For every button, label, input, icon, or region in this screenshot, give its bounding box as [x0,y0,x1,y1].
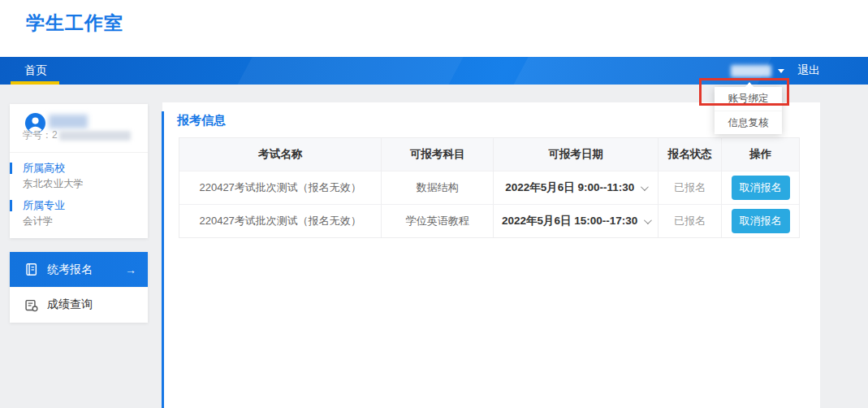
status-cell: 已报名 [659,204,722,237]
student-id-label: 学号：2 [23,128,58,142]
document-icon [24,263,38,276]
exam-name-cell: 220427考试批次测试（报名无效） [179,204,382,237]
major-value: 会计学 [23,215,54,228]
subject-cell: 学位英语教程 [382,204,494,237]
field-accent-bar [10,200,12,211]
subject-cell: 数据结构 [382,171,494,204]
col-exam-name: 考试名称 [179,138,382,171]
section-heading: 报考信息 [177,113,226,128]
date-cell[interactable]: 2022年5月6日 9:00--11:30 [494,171,659,204]
page-title: 学生工作室 [26,11,123,36]
exam-name-cell: 220427考试批次测试（报名无效） [179,171,382,204]
cancel-registration-button[interactable]: 取消报名 [732,209,790,233]
highlight-box [699,78,789,106]
sidebar-menu: 统考报名 → 成绩查询 [10,252,148,323]
content-accent-line [162,111,164,408]
university-label: 所属高校 [23,161,65,176]
col-status: 报名状态 [659,138,722,171]
divider [10,152,148,153]
date-text: 2022年5月6日 15:00--17:30 [502,214,637,228]
report-card-icon [24,298,38,312]
tab-home[interactable]: 首页 [24,63,47,78]
date-cell[interactable]: 2022年5月6日 15:00--17:30 [494,204,659,237]
university-value: 东北农业大学 [23,177,84,191]
exam-table: 考试名称 可报考科目 可报考日期 报名状态 操作 220427考试批次测试（报名… [179,137,800,238]
sidebar-item-label: 统考报名 [47,263,125,277]
redacted-student-id [59,131,131,141]
sidebar-item-exam-registration[interactable]: 统考报名 → [10,252,148,287]
major-label: 所属专业 [23,198,65,213]
chevron-down-icon[interactable] [641,183,649,191]
field-accent-bar [10,163,12,174]
chevron-down-icon[interactable] [644,216,652,224]
table-row: 220427考试批次测试（报名无效） 学位英语教程 2022年5月6日 15:0… [179,204,799,237]
chevron-down-icon [778,69,784,73]
action-cell: 取消报名 [722,171,799,204]
profile-card: 学号：2 所属高校 东北农业大学 所属专业 会计学 [10,104,148,238]
table-row: 220427考试批次测试（报名无效） 数据结构 2022年5月6日 9:00--… [179,171,799,204]
sidebar-item-score-query[interactable]: 成绩查询 [10,287,148,322]
logout-button[interactable]: 退出 [797,63,820,78]
user-dropdown-trigger[interactable] [731,65,784,77]
menu-item-info-review[interactable]: 信息复核 [715,111,782,134]
cancel-registration-button[interactable]: 取消报名 [732,176,790,200]
col-date: 可报考日期 [494,138,659,171]
table-header-row: 考试名称 可报考科目 可报考日期 报名状态 操作 [179,138,799,171]
action-cell: 取消报名 [722,204,799,237]
top-header: 学生工作室 [0,0,868,57]
navbar-decoration [227,57,473,85]
status-cell: 已报名 [659,171,722,204]
col-subject: 可报考科目 [382,138,494,171]
col-action: 操作 [722,138,799,171]
sidebar-item-label: 成绩查询 [47,297,136,312]
date-text: 2022年5月6日 9:00--11:30 [505,180,634,195]
arrow-right-icon: → [125,263,136,276]
redacted-profile-name [49,115,88,128]
redacted-username [731,65,771,77]
